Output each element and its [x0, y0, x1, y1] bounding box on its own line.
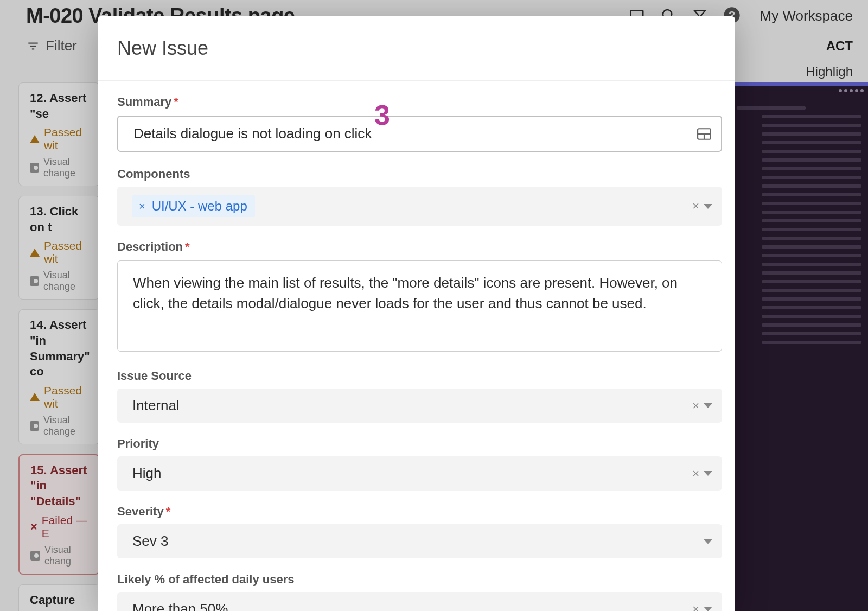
- affected-users-select[interactable]: More than 50% ×: [117, 592, 722, 611]
- description-textarea[interactable]: [117, 260, 722, 352]
- chevron-down-icon[interactable]: [704, 471, 712, 476]
- components-select[interactable]: × UI/UX - web app ×: [117, 187, 722, 226]
- summary-label: Summary: [117, 95, 722, 109]
- issue-source-select[interactable]: Internal ×: [117, 389, 722, 423]
- annotation-marker-3: 3: [374, 99, 390, 131]
- priority-label: Priority: [117, 437, 722, 451]
- affected-users-label: Likely % of affected daily users: [117, 572, 722, 587]
- chip-remove-icon[interactable]: ×: [139, 201, 145, 212]
- new-issue-modal: New Issue Summary Components × UI/UX - w…: [98, 16, 735, 611]
- divider: [98, 80, 735, 81]
- summary-input[interactable]: [117, 116, 722, 152]
- severity-select[interactable]: Sev 3: [117, 524, 722, 558]
- chevron-down-icon[interactable]: [704, 403, 712, 408]
- components-label: Components: [117, 167, 722, 181]
- chevron-down-icon[interactable]: [704, 607, 712, 611]
- description-label: Description: [117, 240, 722, 254]
- panel-split-icon[interactable]: [697, 128, 711, 140]
- chevron-down-icon[interactable]: [704, 539, 712, 544]
- severity-label: Severity: [117, 505, 722, 519]
- chevron-down-icon[interactable]: [704, 204, 712, 209]
- priority-select[interactable]: High ×: [117, 456, 722, 491]
- issue-source-label: Issue Source: [117, 369, 722, 383]
- clear-icon[interactable]: ×: [692, 602, 699, 612]
- clear-icon[interactable]: ×: [692, 399, 699, 413]
- modal-title: New Issue: [117, 37, 722, 60]
- component-chip[interactable]: × UI/UX - web app: [132, 195, 255, 217]
- clear-icon[interactable]: ×: [692, 467, 699, 481]
- clear-icon[interactable]: ×: [692, 199, 699, 213]
